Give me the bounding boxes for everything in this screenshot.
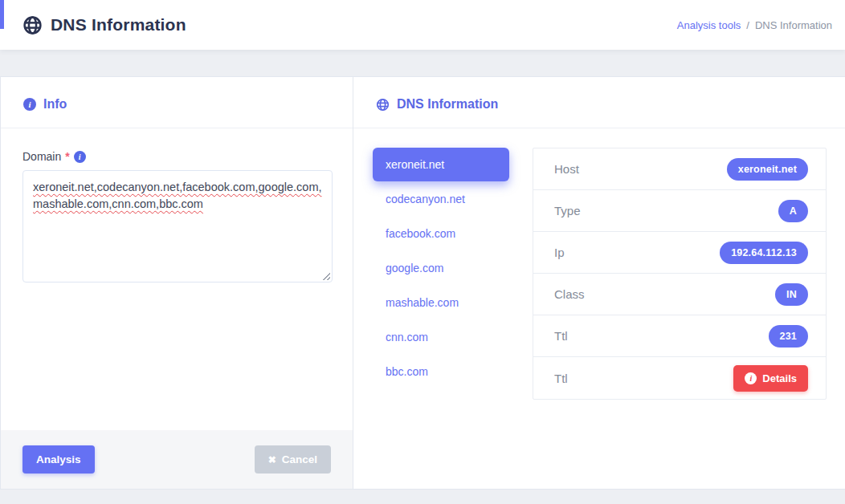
info-circle-icon: i: [23, 98, 36, 111]
breadcrumb-current: DNS Information: [755, 19, 832, 31]
analysis-button[interactable]: Analysis: [22, 445, 95, 474]
dns-panel: DNS Information xeroneit.net codecanyon.…: [353, 76, 845, 490]
resize-handle[interactable]: [321, 271, 330, 280]
record-value-badge: A: [778, 200, 808, 222]
table-row: Ip 192.64.112.13: [533, 232, 826, 274]
info-panel: i Info Domain * i xeroneit.net,codecanyo…: [0, 76, 353, 490]
domain-list-item[interactable]: facebook.com: [373, 217, 509, 250]
globe-icon: [22, 15, 43, 35]
info-circle-icon[interactable]: i: [74, 151, 86, 163]
dns-panel-title: DNS Information: [397, 97, 498, 112]
domain-field-label: Domain * i: [22, 150, 331, 163]
info-circle-icon: i: [745, 372, 757, 384]
page-title: DNS Information: [51, 15, 186, 35]
domain-input-value: xeroneit.net,codecanyon.net,facebook.com…: [33, 181, 322, 210]
record-label: Ttl: [554, 372, 568, 385]
table-row: Ttl i Details: [533, 357, 826, 399]
record-label: Host: [554, 162, 579, 176]
record-label: Type: [554, 204, 581, 217]
record-value-badge: 231: [769, 325, 808, 348]
record-value-badge: xeroneit.net: [727, 158, 808, 181]
accent-bar: [0, 0, 4, 29]
required-marker: *: [65, 150, 69, 163]
cancel-button[interactable]: ✖ Cancel: [255, 445, 331, 474]
details-button[interactable]: i Details: [733, 365, 808, 392]
x-icon: ✖: [268, 454, 276, 465]
record-label: Ttl: [554, 329, 568, 343]
record-value-badge: IN: [775, 283, 808, 306]
domain-list-item[interactable]: cnn.com: [373, 320, 509, 354]
breadcrumb-separator: /: [746, 19, 749, 31]
domain-list-item[interactable]: xeroneit.net: [373, 148, 509, 181]
domain-list: xeroneit.net codecanyon.net facebook.com…: [373, 148, 509, 489]
record-label: Class: [554, 287, 585, 301]
table-row: Ttl 231: [533, 315, 826, 357]
breadcrumb-link-analysis-tools[interactable]: Analysis tools: [677, 19, 741, 31]
domain-list-item[interactable]: google.com: [373, 251, 509, 285]
breadcrumb: Analysis tools / DNS Information: [677, 19, 832, 31]
form-footer: Analysis ✖ Cancel: [1, 430, 353, 489]
record-label: Ip: [554, 246, 565, 259]
table-row: Type A: [533, 190, 826, 232]
domain-list-item[interactable]: mashable.com: [373, 286, 509, 319]
domain-input[interactable]: xeroneit.net,codecanyon.net,facebook.com…: [22, 170, 333, 282]
globe-icon: [376, 98, 390, 112]
table-row: Class IN: [533, 274, 826, 315]
record-value-badge: 192.64.112.13: [720, 242, 808, 264]
info-panel-title: Info: [43, 97, 67, 112]
domain-list-item[interactable]: codecanyon.net: [373, 182, 509, 216]
table-row: Host xeroneit.net: [533, 148, 826, 190]
domain-list-item[interactable]: bbc.com: [373, 355, 509, 388]
top-header: DNS Information Analysis tools / DNS Inf…: [0, 0, 845, 50]
dns-record-table: Host xeroneit.net Type A Ip 192.64.112.1…: [533, 148, 827, 400]
